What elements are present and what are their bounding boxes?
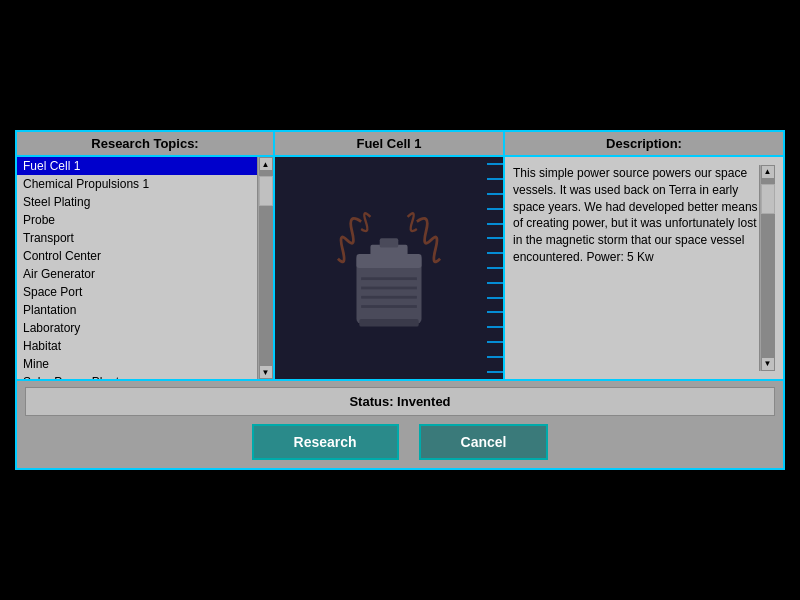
left-panel: Research Topics: Fuel Cell 1 Chemical Pr… [17,132,275,379]
topic-item-plantation[interactable]: Plantation [17,301,257,319]
item-name-header: Fuel Cell 1 [275,132,503,157]
topic-item-habitat[interactable]: Habitat [17,337,257,355]
svg-rect-12 [380,238,399,247]
scroll-down-arrow[interactable]: ▼ [259,365,273,379]
svg-rect-8 [361,296,417,299]
svg-rect-7 [361,287,417,290]
desc-scroll-thumb[interactable] [761,184,775,214]
research-dialog: Research Topics: Fuel Cell 1 Chemical Pr… [15,130,785,470]
cancel-button[interactable]: Cancel [419,424,549,460]
topic-item-fuel-cell-1[interactable]: Fuel Cell 1 [17,157,257,175]
desc-scroll-track [761,179,775,357]
topics-header: Research Topics: [17,132,273,157]
topic-item-transport[interactable]: Transport [17,229,257,247]
svg-rect-6 [361,277,417,280]
svg-rect-10 [359,319,418,326]
item-image-area [275,157,503,379]
middle-panel: Fuel Cell 1 [275,132,505,379]
desc-scroll-up[interactable]: ▲ [761,165,775,179]
svg-rect-5 [357,254,422,268]
scroll-up-arrow[interactable]: ▲ [259,157,273,171]
topic-list-items: Fuel Cell 1 Chemical Propulsions 1 Steel… [17,157,257,379]
topic-list: Fuel Cell 1 Chemical Propulsions 1 Steel… [17,157,273,379]
bottom-area: Status: Invented Research Cancel [17,379,783,468]
svg-rect-9 [361,305,417,308]
topic-item-control-center[interactable]: Control Center [17,247,257,265]
button-row: Research Cancel [17,420,783,468]
topic-item-chemical[interactable]: Chemical Propulsions 1 [17,175,257,193]
topics-scrollbar[interactable]: ▲ ▼ [257,157,273,379]
topic-item-mine[interactable]: Mine [17,355,257,373]
status-bar: Status: Invented [25,387,775,416]
desc-scroll-down[interactable]: ▼ [761,357,775,371]
fuel-cell-image [329,203,449,333]
description-text: This simple power source powers our spac… [513,165,759,371]
topic-item-air-generator[interactable]: Air Generator [17,265,257,283]
topic-item-probe[interactable]: Probe [17,211,257,229]
description-scrollbar[interactable]: ▲ ▼ [759,165,775,371]
right-panel: Description: This simple power source po… [505,132,783,379]
main-area: Research Topics: Fuel Cell 1 Chemical Pr… [17,132,783,379]
decorative-lines [487,157,503,379]
description-header: Description: [505,132,783,157]
topic-item-space-port[interactable]: Space Port [17,283,257,301]
description-area: This simple power source powers our spac… [505,157,783,379]
topic-item-solar-power[interactable]: Solar Power Plant [17,373,257,379]
scroll-track [259,171,273,365]
topic-item-laboratory[interactable]: Laboratory [17,319,257,337]
research-button[interactable]: Research [252,424,399,460]
scroll-thumb[interactable] [259,176,273,206]
topic-item-steel-plating[interactable]: Steel Plating [17,193,257,211]
